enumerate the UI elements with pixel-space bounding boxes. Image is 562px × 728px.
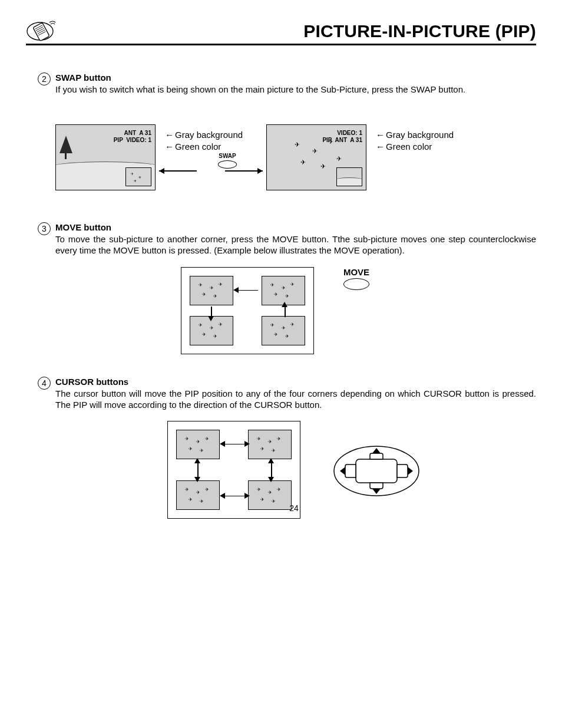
cursor-figure: ✈✈✈ ✈✈ ✈✈✈ ✈✈ ✈✈✈ ✈✈ ✈✈✈ ✈✈ xyxy=(167,421,421,527)
swap-figure: ANT A 31 PIP VIDEO: 1 ✈✈✈ ←Gray backgrou… xyxy=(55,124,503,207)
step-number-2: 2 xyxy=(38,73,51,85)
svg-marker-12 xyxy=(408,467,413,475)
swap-button-graphic: SWAP xyxy=(204,153,251,169)
callout-gray-right: ←Gray background xyxy=(376,129,454,141)
tv-before-line1: ANT A 31 xyxy=(114,130,151,137)
step-number-4: 4 xyxy=(38,377,51,390)
remote-logo-icon xyxy=(26,17,61,41)
callout-green-right: ←Green color xyxy=(376,141,454,153)
cursor-dpad-icon xyxy=(332,444,421,498)
tv-after-line2: PIP ANT A 31 xyxy=(322,137,362,144)
cursor-title: CURSOR buttons xyxy=(55,377,536,387)
svg-marker-10 xyxy=(372,489,381,494)
cursor-text: The cursor button will move the PIP posi… xyxy=(55,388,536,410)
move-thumb-tl: ✈✈✈ ✈✈ xyxy=(190,276,233,305)
move-thumb-tr: ✈✈✈ ✈✈ xyxy=(262,276,305,305)
tv-before-line2: PIP VIDEO: 1 xyxy=(114,137,151,144)
callout-gray-left: ←Gray background xyxy=(165,129,243,141)
move-figure: ✈✈✈ ✈✈ ✈✈✈ ✈✈ ✈✈✈ ✈✈ ✈✈✈ ✈✈ MOVE xyxy=(181,267,381,361)
move-title: MOVE button xyxy=(55,222,536,232)
move-text: To move the sub-picture to another corne… xyxy=(55,233,536,256)
svg-rect-8 xyxy=(356,459,397,483)
header-rule xyxy=(26,44,536,45)
pip-after xyxy=(336,167,362,186)
step-number-3: 3 xyxy=(38,222,51,235)
callout-green-left: ←Green color xyxy=(165,141,243,153)
pip-before: ✈✈✈ xyxy=(125,167,151,186)
move-button-graphic: MOVE xyxy=(339,267,374,290)
tv-after: ✈✈✈ ✈✈✈ VIDEO: 1 PIP ANT A 31 xyxy=(266,124,366,190)
swap-text: If you wish to switch what is being show… xyxy=(55,84,536,95)
move-thumb-br: ✈✈✈ ✈✈ xyxy=(262,316,305,345)
tv-after-line1: VIDEO: 1 xyxy=(322,130,362,137)
tv-before: ANT A 31 PIP VIDEO: 1 ✈✈✈ xyxy=(55,124,156,190)
cursor-thumb-tr: ✈✈✈ ✈✈ xyxy=(248,430,292,459)
svg-marker-11 xyxy=(340,467,345,475)
page-title: PICTURE-IN-PICTURE (PIP) xyxy=(303,21,536,41)
svg-marker-9 xyxy=(372,448,381,453)
swap-title: SWAP button xyxy=(55,73,536,83)
cursor-thumb-tl: ✈✈✈ ✈✈ xyxy=(176,430,220,459)
page-number: 24 xyxy=(167,503,421,513)
